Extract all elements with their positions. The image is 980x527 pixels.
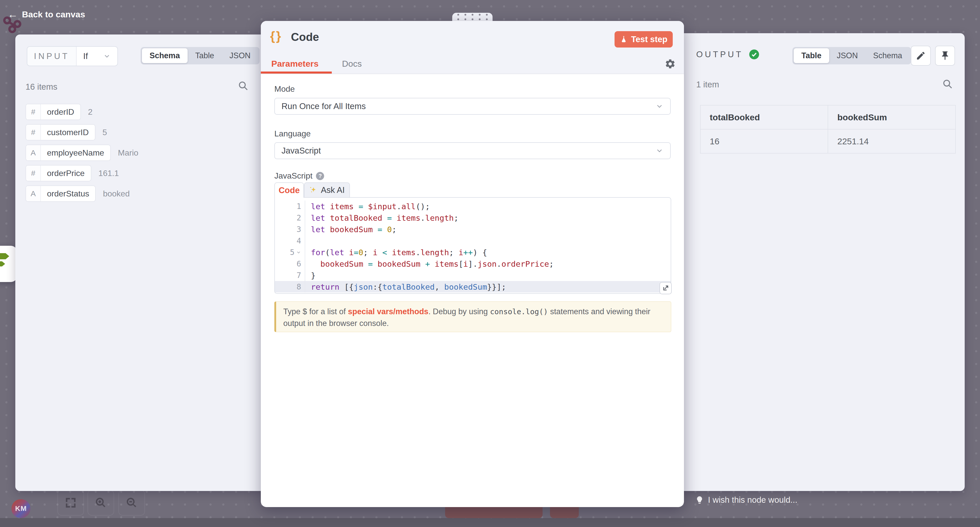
zoom-in-button[interactable] bbox=[88, 490, 114, 516]
schema-field-employeeName[interactable]: AemployeeNameMario bbox=[25, 145, 138, 161]
line-number: 7 bbox=[275, 271, 305, 280]
tab-parameters[interactable]: Parameters bbox=[271, 59, 318, 69]
dimmed-secondary-button bbox=[550, 507, 579, 518]
output-view-tab-table[interactable]: Table bbox=[794, 48, 829, 63]
code-line-content: for(let i=0; i < items.length; i++) { bbox=[305, 246, 487, 258]
canvas-bottom-band bbox=[0, 518, 980, 527]
hint-text: output in the browser console. bbox=[283, 319, 389, 328]
field-name: orderStatus bbox=[41, 186, 95, 201]
hint-text: statements and viewing their bbox=[548, 307, 651, 316]
modal-drag-handle[interactable] bbox=[452, 13, 493, 21]
code-line-4[interactable]: 4 bbox=[275, 235, 671, 246]
chevron-down-icon bbox=[103, 53, 111, 60]
input-view-tab-table[interactable]: Table bbox=[188, 48, 222, 63]
code-line-8[interactable]: 8return [{json:{totalBooked, bookedSum}}… bbox=[275, 281, 671, 292]
code-line-2[interactable]: 2let totalBooked = items.length; bbox=[275, 212, 671, 224]
language-label: Language bbox=[274, 129, 310, 139]
code-line-content: let items = $input.all(); bbox=[305, 201, 430, 212]
field-type-icon: A bbox=[26, 186, 41, 201]
editor-tab-code[interactable]: Code bbox=[274, 182, 304, 198]
field-sample-value: Mario bbox=[118, 148, 138, 158]
connected-node-if-card[interactable] bbox=[0, 246, 18, 282]
code-line-6[interactable]: 6 bookedSum = bookedSum + items[i].json.… bbox=[275, 258, 671, 270]
fit-view-button[interactable] bbox=[57, 490, 84, 516]
hint-text: Type $ for a list of bbox=[283, 307, 348, 316]
mode-select[interactable]: Run Once for All Items bbox=[274, 98, 671, 115]
code-line-3[interactable]: 3let bookedSum = 0; bbox=[275, 224, 671, 235]
schema-field-pill[interactable]: #orderID bbox=[25, 104, 81, 120]
schema-field-pill[interactable]: AorderStatus bbox=[25, 185, 96, 202]
sparkles-icon bbox=[309, 186, 317, 194]
input-source-value: If bbox=[83, 51, 88, 61]
output-table: totalBooked bookedSum 16 2251.14 bbox=[700, 105, 956, 153]
drag-dots-icon bbox=[457, 14, 488, 20]
schema-field-pill[interactable]: #customerID bbox=[25, 124, 95, 141]
edit-output-button[interactable] bbox=[911, 46, 931, 65]
field-type-icon: # bbox=[26, 166, 41, 181]
test-step-button[interactable]: Test step bbox=[614, 31, 673, 48]
expand-editor-button[interactable] bbox=[659, 282, 672, 294]
line-number: 3 bbox=[275, 225, 305, 234]
zoom-out-icon bbox=[126, 497, 138, 509]
field-type-icon: A bbox=[26, 145, 41, 160]
input-view-tab-schema[interactable]: Schema bbox=[142, 48, 188, 63]
output-view-tab-schema[interactable]: Schema bbox=[865, 48, 910, 63]
zoom-out-button[interactable] bbox=[118, 490, 145, 516]
table-row[interactable]: 16 2251.14 bbox=[700, 129, 956, 153]
node-title: Code bbox=[291, 31, 319, 43]
field-type-icon: # bbox=[26, 125, 41, 140]
node-feedback-label: I wish this node would... bbox=[708, 495, 797, 505]
code-node-icon: {} bbox=[270, 29, 282, 43]
input-view-tab-json[interactable]: JSON bbox=[222, 48, 258, 63]
gear-icon[interactable] bbox=[665, 58, 676, 69]
output-view-switcher: TableJSONSchema bbox=[792, 47, 911, 64]
editor-tab-ask-ai[interactable]: Ask AI bbox=[304, 182, 350, 198]
lightbulb-icon bbox=[695, 495, 704, 504]
output-panel: OUTPUT TableJSONSchema 1 item totalBooke… bbox=[679, 33, 965, 491]
pencil-icon bbox=[916, 51, 926, 61]
code-line-1[interactable]: 1let items = $input.all(); bbox=[275, 201, 671, 212]
special-vars-link[interactable]: special vars/methods bbox=[348, 307, 428, 316]
avatar[interactable]: KM bbox=[11, 499, 30, 518]
field-type-icon: # bbox=[26, 104, 41, 120]
output-column-header[interactable]: bookedSum bbox=[828, 105, 956, 129]
input-items-count: 16 items bbox=[25, 82, 57, 92]
editor-tab-code-label: Code bbox=[279, 185, 300, 195]
code-line-content: } bbox=[305, 270, 316, 281]
code-line-7[interactable]: 7} bbox=[275, 270, 671, 281]
editor-hint-callout: Type $ for a list of special vars/method… bbox=[274, 302, 671, 332]
schema-field-orderStatus[interactable]: AorderStatusbooked bbox=[25, 185, 130, 202]
search-icon[interactable] bbox=[238, 80, 248, 91]
schema-field-customerID[interactable]: #customerID5 bbox=[25, 124, 107, 141]
fold-chevron-icon[interactable] bbox=[296, 250, 301, 255]
field-name: employeeName bbox=[41, 145, 110, 160]
test-step-label: Test step bbox=[631, 35, 667, 44]
input-source-select[interactable]: If bbox=[76, 47, 118, 65]
output-view-tab-json[interactable]: JSON bbox=[829, 48, 865, 63]
language-value: JavaScript bbox=[282, 146, 321, 156]
code-editor[interactable]: 1let items = $input.all();2let totalBook… bbox=[274, 197, 671, 294]
help-icon[interactable]: ? bbox=[316, 172, 324, 180]
tab-docs[interactable]: Docs bbox=[342, 59, 362, 69]
schema-field-orderPrice[interactable]: #orderPrice161.1 bbox=[25, 165, 119, 181]
field-sample-value: 5 bbox=[103, 128, 107, 137]
schema-field-pill[interactable]: #orderPrice bbox=[25, 165, 91, 181]
flask-icon bbox=[620, 35, 628, 43]
output-cell: 2251.14 bbox=[828, 129, 956, 153]
code-line-5[interactable]: 5for(let i=0; i < items.length; i++) { bbox=[275, 246, 671, 258]
dimmed-test-step-button bbox=[445, 507, 542, 518]
success-check-icon bbox=[749, 49, 759, 60]
language-select[interactable]: JavaScript bbox=[274, 142, 671, 159]
code-line-content: bookedSum = bookedSum + items[i].json.or… bbox=[305, 258, 554, 270]
schema-field-orderID[interactable]: #orderID2 bbox=[25, 104, 93, 120]
code-line-content bbox=[305, 235, 311, 246]
node-feedback-prompt[interactable]: I wish this node would... bbox=[695, 495, 797, 505]
output-cell: 16 bbox=[700, 129, 828, 153]
mode-value: Run Once for All Items bbox=[282, 101, 366, 111]
search-icon[interactable] bbox=[942, 79, 953, 89]
output-column-header[interactable]: totalBooked bbox=[700, 105, 828, 129]
schema-field-pill[interactable]: AemployeeName bbox=[25, 145, 111, 161]
pin-data-button[interactable] bbox=[935, 46, 955, 65]
avatar-initials: KM bbox=[15, 505, 27, 513]
code-line-content: let bookedSum = 0; bbox=[305, 224, 396, 235]
